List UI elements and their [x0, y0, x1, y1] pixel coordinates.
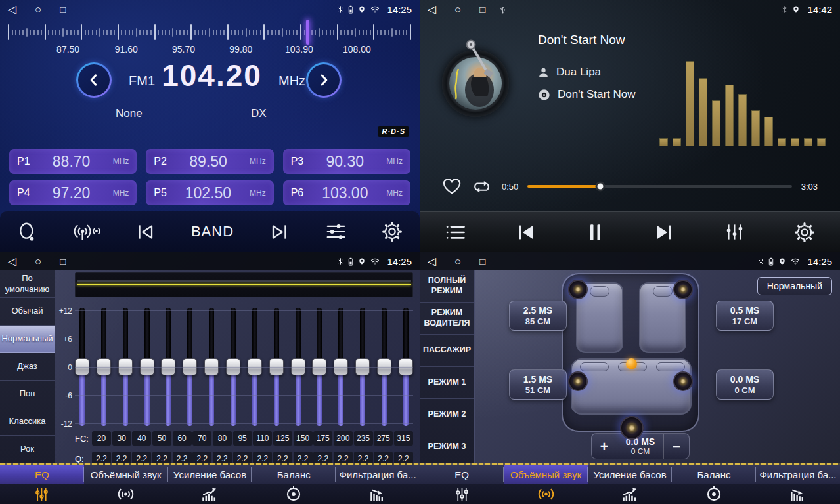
preset-button-p4[interactable]: P497.20MHz: [9, 180, 137, 205]
surround-mode-item[interactable]: ПАССАЖИР: [420, 335, 474, 367]
band-button[interactable]: BAND: [191, 223, 234, 240]
fc-chip[interactable]: 30: [112, 431, 131, 446]
delay-increase-button[interactable]: +: [592, 434, 617, 459]
tab-eq[interactable]: EQ: [0, 465, 84, 484]
equalizer-icon[interactable]: [725, 223, 744, 241]
fc-chip[interactable]: 70: [192, 431, 211, 446]
tuning-pointer[interactable]: [306, 20, 309, 45]
eq-preset-item[interactable]: Рок: [0, 436, 55, 463]
tune-down-button[interactable]: [76, 62, 112, 98]
fc-chip[interactable]: 60: [173, 431, 192, 446]
eq-icon[interactable]: [420, 484, 504, 504]
scan-icon[interactable]: [18, 222, 37, 242]
nav-back-icon[interactable]: ◁: [428, 256, 436, 267]
settings-gear-icon[interactable]: [795, 222, 814, 242]
previous-station-icon[interactable]: [135, 222, 156, 242]
eq-grid-line: [75, 423, 413, 424]
surround-icon[interactable]: [84, 484, 168, 504]
tab-balance[interactable]: Баланс: [252, 465, 336, 484]
settings-gear-icon[interactable]: [382, 222, 402, 242]
surround-mode-item[interactable]: РЕЖИМ 2: [420, 399, 474, 431]
tab-eq[interactable]: EQ: [420, 465, 504, 484]
surround-preset-button[interactable]: Нормальный: [757, 277, 832, 295]
nav-back-icon[interactable]: ◁: [8, 4, 16, 15]
surround-mode-item[interactable]: РЕЖИМ 1: [420, 367, 474, 399]
fc-chip[interactable]: 125: [273, 431, 292, 446]
preset-button-p3[interactable]: P390.30MHz: [283, 149, 410, 174]
fc-chip[interactable]: 110: [253, 431, 272, 446]
filter-icon[interactable]: [756, 484, 840, 504]
front-right-delay-button[interactable]: 0.5 MS17 CM: [716, 301, 774, 331]
nav-recents-icon[interactable]: □: [60, 5, 66, 14]
fc-chip[interactable]: 235: [354, 431, 373, 446]
rear-left-delay-button[interactable]: 1.5 MS51 CM: [509, 369, 567, 400]
nav-back-icon[interactable]: ◁: [428, 4, 436, 15]
nav-recents-icon[interactable]: □: [479, 257, 485, 266]
nav-home-icon[interactable]: ○: [35, 256, 41, 267]
preset-button-p2[interactable]: P289.50MHz: [146, 149, 273, 174]
fc-chip[interactable]: 95: [233, 431, 252, 446]
fc-chip[interactable]: 40: [132, 431, 151, 446]
nav-recents-icon[interactable]: □: [479, 5, 485, 14]
filter-icon[interactable]: [336, 484, 420, 504]
eq-preset-item[interactable]: Обычай: [0, 298, 55, 326]
next-track-icon[interactable]: [654, 223, 674, 242]
tab-surround[interactable]: Объёмный звук: [84, 465, 168, 484]
tab-bass-boost[interactable]: Усиление басов: [588, 465, 672, 484]
nav-home-icon[interactable]: ○: [454, 4, 461, 15]
listening-position-marker[interactable]: [626, 358, 637, 369]
rear-right-delay-button[interactable]: 0.0 MS0 CM: [716, 369, 774, 400]
front-left-delay-button[interactable]: 2.5 MS85 CM: [509, 301, 567, 331]
eq-preset-item[interactable]: Классика: [0, 408, 55, 436]
nav-back-icon[interactable]: ◁: [8, 256, 16, 267]
tab-filter[interactable]: Фильтрация ба...: [756, 465, 840, 484]
delay-decrease-button[interactable]: −: [664, 434, 689, 459]
balance-icon[interactable]: [252, 484, 336, 504]
next-station-icon[interactable]: [269, 222, 290, 242]
bass-boost-icon[interactable]: [588, 484, 672, 504]
bass-boost-icon[interactable]: [168, 484, 252, 504]
nav-recents-icon[interactable]: □: [60, 257, 66, 266]
fc-chip[interactable]: 80: [213, 431, 232, 446]
broadcast-icon[interactable]: [72, 222, 100, 242]
balance-icon[interactable]: [672, 484, 756, 504]
preset-button-p6[interactable]: P6103.00MHz: [283, 180, 410, 205]
fc-chip[interactable]: 150: [294, 431, 313, 446]
surround-mode-item[interactable]: РЕЖИМ 3: [420, 431, 474, 463]
tune-up-button[interactable]: [306, 62, 342, 98]
pause-icon[interactable]: [587, 222, 604, 242]
fc-chip[interactable]: 50: [152, 431, 171, 446]
eq-preset-item[interactable]: Нормальный: [0, 326, 55, 353]
visualizer-bar: [673, 138, 681, 146]
playlist-icon[interactable]: [445, 224, 466, 241]
surround-mode-item[interactable]: ПОЛНЫЙ РЕЖИМ: [420, 270, 474, 303]
tab-surround[interactable]: Объёмный звук: [504, 465, 588, 484]
favorite-icon[interactable]: [442, 177, 462, 196]
eq-preset-item[interactable]: Поп: [0, 381, 55, 408]
eq-preset-item[interactable]: По умолчанию: [0, 270, 55, 298]
fc-chip[interactable]: 20: [92, 431, 111, 446]
repeat-icon[interactable]: [471, 178, 493, 196]
tab-balance[interactable]: Баланс: [672, 465, 756, 484]
preset-button-p1[interactable]: P188.70MHz: [9, 149, 137, 174]
nav-home-icon[interactable]: ○: [35, 4, 41, 15]
fc-chip[interactable]: 175: [313, 431, 332, 446]
fc-row: FC: 203040506070809511012515017520023527…: [75, 430, 413, 446]
eq-preset-item[interactable]: Джаз: [0, 353, 55, 381]
tab-filter[interactable]: Фильтрация ба...: [336, 465, 420, 484]
surround-mode-item[interactable]: РЕЖИМ ВОДИТЕЛЯ: [420, 303, 474, 335]
seek-bar-knob[interactable]: [595, 182, 605, 192]
fc-chip[interactable]: 200: [334, 431, 353, 446]
previous-track-icon[interactable]: [516, 223, 536, 242]
surround-icon[interactable]: [504, 484, 588, 504]
frequency-scale[interactable]: 87.5091.6095.7099.80103.90108.00: [0, 20, 420, 56]
nav-home-icon[interactable]: ○: [454, 256, 461, 267]
delay-stepper: + 0.0 MS 0 CM −: [591, 433, 690, 459]
fc-chip[interactable]: 275: [374, 431, 393, 446]
seek-bar[interactable]: [527, 185, 791, 188]
fc-chip[interactable]: 315: [394, 431, 413, 446]
eq-icon[interactable]: [0, 484, 84, 504]
tab-bass-boost[interactable]: Усиление басов: [168, 465, 252, 484]
preset-button-p5[interactable]: P5102.50MHz: [146, 180, 273, 205]
audio-settings-icon[interactable]: [325, 222, 347, 241]
